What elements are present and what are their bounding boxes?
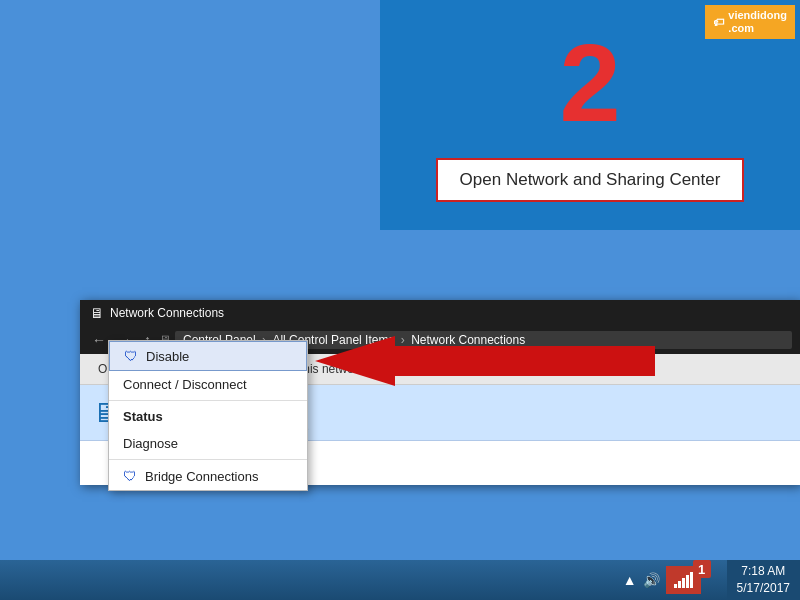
bar4 [686, 575, 689, 588]
ctx-diagnose[interactable]: Diagnose [109, 430, 307, 457]
network-tray-icon[interactable]: 1 [666, 566, 701, 594]
signal-bars [674, 572, 693, 588]
ctx-status-label: Status [123, 409, 163, 424]
window-titlebar: 🖥 Network Connections [80, 300, 800, 326]
taskbar-tray-icons: ▲ 🔊 1 [615, 566, 727, 594]
context-menu: 🛡 Disable Connect / Disconnect Status Di… [108, 340, 308, 491]
taskbar: ▲ 🔊 1 7:18 AM 5/17/2017 [0, 560, 800, 600]
back-button[interactable]: ← [88, 330, 110, 350]
logo-text: viendidong.com [728, 9, 787, 35]
bar1 [674, 584, 677, 588]
logo-icon: 🏷 [713, 16, 724, 28]
window-title: Network Connections [110, 306, 224, 320]
system-clock: 7:18 AM 5/17/2017 [727, 560, 800, 600]
ctx-separator1 [109, 400, 307, 401]
bar3 [682, 578, 685, 588]
ctx-disable[interactable]: 🛡 Disable [109, 341, 307, 371]
ctx-connect-label: Connect / Disconnect [123, 377, 247, 392]
ctx-bridge-label: Bridge Connections [145, 469, 258, 484]
tray-chevron-icon[interactable]: ▲ [623, 572, 637, 588]
shield-icon-bridge: 🛡 [123, 468, 137, 484]
clock-time: 7:18 AM [741, 563, 785, 580]
svg-marker-0 [315, 336, 655, 386]
taskbar-right: ▲ 🔊 1 7:18 AM 5/17/2017 [615, 560, 800, 600]
clock-date: 5/17/2017 [737, 580, 790, 597]
desktop: 🏷 viendidong.com 2 Open Network and Shar… [0, 0, 800, 600]
open-network-btn[interactable]: Open Network and Sharing Center [436, 158, 745, 202]
ctx-status[interactable]: Status [109, 403, 307, 430]
step1-badge: 1 [693, 560, 711, 578]
volume-icon[interactable]: 🔊 [643, 572, 660, 588]
red-arrow-indicator [315, 336, 655, 390]
window-title-icon: 🖥 [90, 305, 104, 321]
ctx-bridge[interactable]: 🛡 Bridge Connections [109, 462, 307, 490]
ctx-disable-label: Disable [146, 349, 189, 364]
ctx-diagnose-label: Diagnose [123, 436, 178, 451]
shield-icon-disable: 🛡 [124, 348, 138, 364]
step-number: 2 [559, 28, 620, 138]
bar2 [678, 581, 681, 588]
ctx-connect-disconnect[interactable]: Connect / Disconnect [109, 371, 307, 398]
viendidong-logo: 🏷 viendidong.com [705, 5, 795, 39]
ctx-separator2 [109, 459, 307, 460]
